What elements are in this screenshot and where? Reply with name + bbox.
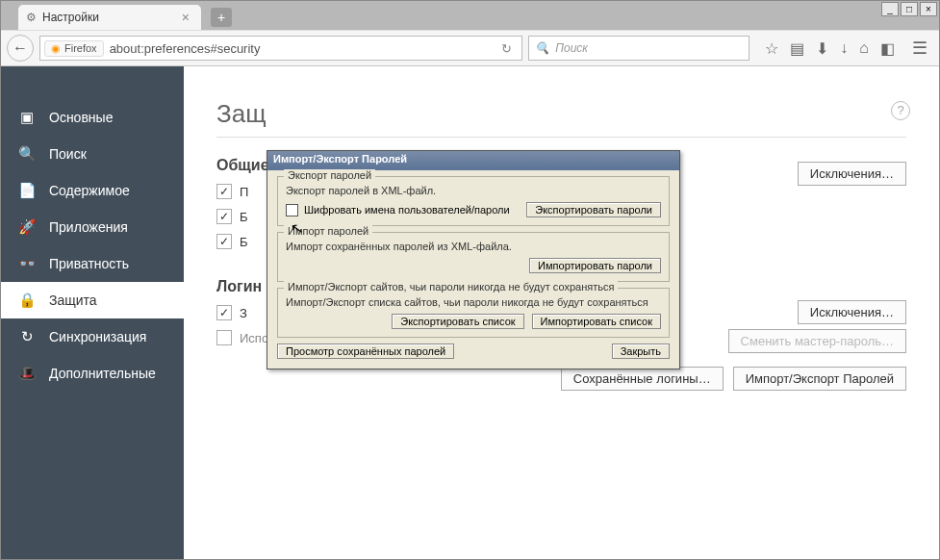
gear-icon: ⚙ bbox=[26, 11, 37, 24]
change-master-password-button: Сменить мастер-пароль… bbox=[728, 329, 906, 353]
sidebar-item-label: Защита bbox=[49, 293, 97, 308]
tab-settings[interactable]: ⚙ Настройки × bbox=[18, 5, 201, 30]
menu-button[interactable]: ☰ bbox=[910, 38, 933, 59]
sidebar-item-label: Синхронизация bbox=[49, 329, 146, 344]
applications-icon: 🚀 bbox=[18, 218, 36, 236]
view-saved-passwords-button[interactable]: Просмотр сохранённых паролей bbox=[277, 344, 454, 359]
checkbox-1[interactable] bbox=[216, 184, 232, 199]
import-export-dialog: Импорт/Экспорт Паролей Экспорт паролей Э… bbox=[267, 150, 680, 369]
sidebar: ▣ Основные 🔍 Поиск 📄 Содержимое 🚀 Прилож… bbox=[1, 66, 184, 559]
import-list-button[interactable]: Импортировать список bbox=[532, 314, 661, 329]
sidebar-item-general[interactable]: ▣ Основные bbox=[1, 99, 184, 136]
export-list-button[interactable]: Экспортировать список bbox=[392, 314, 523, 329]
reload-icon[interactable]: ↻ bbox=[495, 41, 518, 56]
search-bar[interactable]: 🔍 Поиск bbox=[528, 36, 749, 61]
sidebar-item-security[interactable]: 🔒 Защита bbox=[1, 282, 184, 318]
saved-logins-button[interactable]: Сохранённые логины… bbox=[561, 367, 724, 391]
addon-icon[interactable]: ◧ bbox=[880, 39, 895, 58]
sidebar-item-label: Приложения bbox=[49, 219, 128, 235]
sidebar-item-label: Приватность bbox=[49, 256, 129, 271]
minimize-button[interactable]: _ bbox=[881, 2, 899, 16]
sidebar-item-content[interactable]: 📄 Содержимое bbox=[1, 172, 184, 209]
checkbox-remember-logins[interactable] bbox=[216, 305, 232, 320]
home-icon[interactable]: ⌂ bbox=[859, 39, 869, 58]
sites-fieldset: Импорт/Экспорт сайтов, чьи пароли никогд… bbox=[277, 288, 670, 338]
url-text: about:preferences#security bbox=[104, 41, 496, 56]
exceptions-button-1[interactable]: Исключения… bbox=[798, 162, 906, 186]
checkbox-master-password[interactable] bbox=[216, 330, 232, 345]
dialog-title: Импорт/Экспорт Паролей bbox=[267, 151, 679, 170]
export-passwords-button[interactable]: Экспортировать пароли bbox=[526, 202, 661, 217]
import-passwords-button[interactable]: Импортировать пароли bbox=[529, 258, 661, 273]
sidebar-item-label: Дополнительные bbox=[49, 366, 156, 381]
page-title: Защ bbox=[216, 99, 906, 138]
lock-icon: 🔒 bbox=[18, 292, 36, 309]
clipboard-icon[interactable]: ▤ bbox=[790, 39, 804, 58]
help-icon[interactable]: ? bbox=[891, 101, 910, 120]
check-label-2: Б bbox=[240, 210, 248, 224]
sidebar-item-advanced[interactable]: 🎩 Дополнительные bbox=[1, 355, 184, 392]
search-placeholder: Поиск bbox=[555, 41, 588, 55]
check-label-3: Б bbox=[240, 235, 248, 249]
close-button[interactable]: × bbox=[920, 2, 937, 16]
back-button[interactable]: ← bbox=[7, 35, 34, 62]
pocket-icon[interactable]: ⬇ bbox=[816, 39, 828, 58]
privacy-icon: 👓 bbox=[18, 255, 36, 272]
url-bar[interactable]: ◉ Firefox about:preferences#security ↻ bbox=[39, 36, 522, 61]
sidebar-item-applications[interactable]: 🚀 Приложения bbox=[1, 209, 184, 245]
check-label-1: П bbox=[240, 185, 248, 199]
sidebar-item-search[interactable]: 🔍 Поиск bbox=[1, 136, 184, 172]
sidebar-item-privacy[interactable]: 👓 Приватность bbox=[1, 245, 184, 282]
checkbox-2[interactable] bbox=[216, 209, 232, 224]
identity-box[interactable]: ◉ Firefox bbox=[44, 40, 104, 57]
close-dialog-button[interactable]: Закрыть bbox=[612, 344, 670, 359]
sidebar-item-label: Поиск bbox=[49, 146, 87, 162]
sync-icon: ↻ bbox=[18, 328, 36, 345]
export-desc: Экспорт паролей в XML-файл. bbox=[286, 185, 661, 196]
encrypt-label: Шифровать имена пользователей/пароли bbox=[304, 204, 510, 216]
general-icon: ▣ bbox=[18, 109, 36, 126]
sidebar-item-sync[interactable]: ↻ Синхронизация bbox=[1, 318, 184, 355]
search-nav-icon: 🔍 bbox=[18, 145, 36, 163]
search-icon: 🔍 bbox=[535, 41, 549, 55]
bookmark-icon[interactable]: ☆ bbox=[765, 39, 778, 58]
tab-close-icon[interactable]: × bbox=[178, 10, 193, 25]
tab-strip: ⚙ Настройки × + bbox=[1, 1, 939, 30]
sidebar-item-label: Содержимое bbox=[49, 183, 130, 198]
new-tab-button[interactable]: + bbox=[211, 8, 232, 27]
tab-title: Настройки bbox=[42, 11, 99, 24]
toolbar: ← ◉ Firefox about:preferences#security ↻… bbox=[1, 30, 939, 66]
sites-legend: Импорт/Экспорт сайтов, чьи пароли никогд… bbox=[284, 281, 618, 293]
checkbox-3[interactable] bbox=[216, 234, 232, 249]
advanced-icon: 🎩 bbox=[18, 365, 36, 382]
sidebar-item-label: Основные bbox=[49, 110, 113, 125]
check-label-logins: З bbox=[240, 306, 247, 320]
encrypt-checkbox[interactable] bbox=[286, 204, 298, 216]
sites-desc: Импорт/Экспорт списка сайтов, чьи пароли… bbox=[286, 296, 661, 308]
maximize-button[interactable]: □ bbox=[901, 2, 918, 16]
import-export-passwords-button[interactable]: Импорт/Экспорт Паролей bbox=[733, 367, 906, 391]
import-desc: Импорт сохранённых паролей из XML-файла. bbox=[286, 241, 661, 252]
export-fieldset: Экспорт паролей Экспорт паролей в XML-фа… bbox=[277, 176, 670, 226]
import-fieldset: Импорт паролей Импорт сохранённых пароле… bbox=[277, 232, 670, 282]
identity-label: Firefox bbox=[64, 42, 97, 54]
firefox-icon: ◉ bbox=[51, 42, 61, 55]
export-legend: Экспорт паролей bbox=[284, 169, 375, 181]
exceptions-button-2[interactable]: Исключения… bbox=[798, 300, 906, 324]
import-legend: Импорт паролей bbox=[284, 225, 372, 237]
download-icon[interactable]: ↓ bbox=[840, 39, 848, 58]
content-icon: 📄 bbox=[18, 182, 36, 199]
